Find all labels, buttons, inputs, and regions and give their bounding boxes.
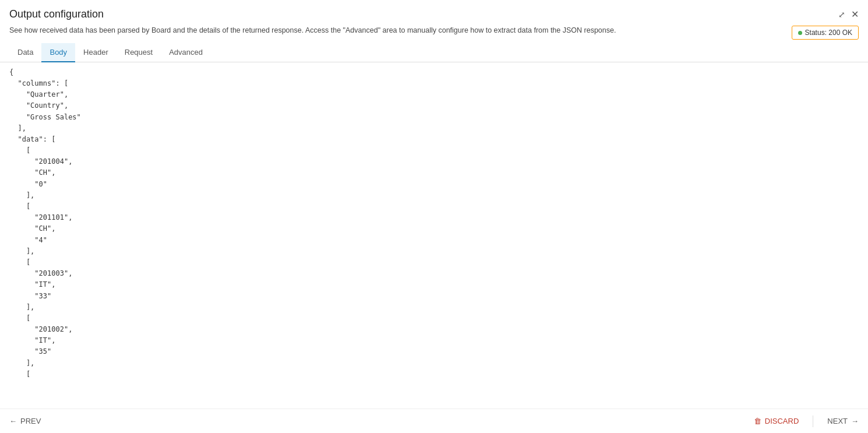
close-icon[interactable]: ✕ <box>851 9 859 20</box>
discard-button[interactable]: 🗑 DISCARD <box>754 417 799 425</box>
status-dot <box>798 31 802 35</box>
discard-icon: 🗑 <box>754 417 761 425</box>
status-badge: Status: 200 OK <box>792 26 859 40</box>
footer-divider <box>813 416 813 427</box>
subtitle-text: See how received data has been parsed by… <box>0 20 868 43</box>
next-button[interactable]: NEXT → <box>827 417 859 425</box>
title-bar: Output configuration ⤢ ✕ <box>0 0 868 20</box>
footer-right: 🗑 DISCARD NEXT → <box>754 416 859 427</box>
body-content-area: { "columns": [ "Quarter", "Country", "Gr… <box>0 62 868 381</box>
page-title: Output configuration <box>9 8 104 20</box>
expand-icon[interactable]: ⤢ <box>838 10 845 19</box>
footer: ← PREV 🗑 DISCARD NEXT → <box>0 409 868 433</box>
next-label: NEXT <box>827 417 848 425</box>
prev-label: PREV <box>20 417 41 425</box>
next-icon: → <box>851 417 859 425</box>
status-label: Status: 200 OK <box>805 29 852 37</box>
prev-button[interactable]: ← PREV <box>9 417 41 425</box>
tab-body[interactable]: Body <box>41 43 75 62</box>
tab-data[interactable]: Data <box>9 43 41 62</box>
tabs-bar: Data Body Header Request Advanced <box>0 43 868 62</box>
json-output: { "columns": [ "Quarter", "Country", "Gr… <box>9 67 859 381</box>
tab-request[interactable]: Request <box>117 43 161 62</box>
prev-icon: ← <box>9 417 17 425</box>
discard-label: DISCARD <box>765 417 799 425</box>
tab-advanced[interactable]: Advanced <box>161 43 211 62</box>
window-controls: ⤢ ✕ <box>838 9 859 20</box>
tab-header[interactable]: Header <box>75 43 117 62</box>
